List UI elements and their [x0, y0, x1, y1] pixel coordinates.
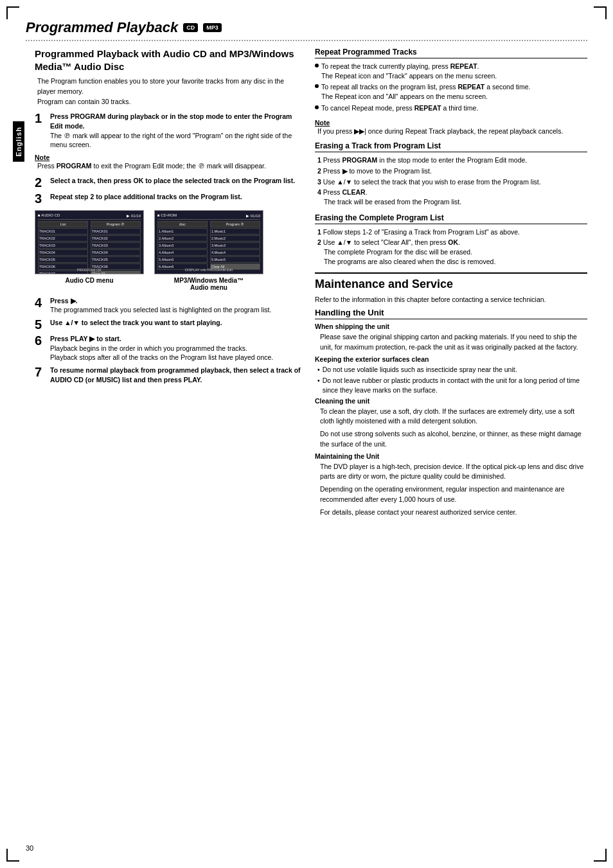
mp3-sim-menu: ■ CD-ROM ▶ 01/10 disc Program ℗ 1.Album1…: [155, 211, 263, 274]
step-5-num: 5: [35, 318, 46, 331]
note-1: Note Press PROGRAM to exit the Program E…: [35, 154, 302, 171]
menu-images: ■ AUDIO CD ▶ 01/10 List Program ℗ TRACK0…: [35, 210, 302, 291]
exterior-bullet-2-text: Do not leave rubber or plastic products …: [323, 376, 587, 394]
step-6-content: Press PLAY ▶ to start. Playback begins i…: [50, 334, 302, 362]
cleaning-text-2: Do not use strong solvents such as alcoh…: [320, 429, 587, 450]
sim-menu-header-mp3: ■ CD-ROM ▶ 01/10: [157, 213, 260, 220]
mp3-menu-image: ■ CD-ROM ▶ 01/10 disc Program ℗ 1.Album1…: [154, 210, 263, 274]
step-2-content: Select a track, then press OK to place t…: [50, 176, 302, 189]
maintaining-title: Maintaining the Unit: [315, 452, 587, 460]
maintenance-section: Maintenance and Service Refer to the inf…: [315, 272, 587, 517]
step-6-body2: Playback stops after all of the tracks o…: [50, 353, 302, 362]
exterior-bullet-1-text: Do not use volatile liquids such as inse…: [323, 365, 517, 375]
when-shipping-text: Please save the original shipping carton…: [320, 332, 587, 353]
maintaining-text-1: The DVD player is a high-tech, precision…: [320, 462, 587, 483]
page: English Programmed Playback CD MP3 Progr…: [0, 0, 613, 868]
intro-line1: The Program function enables you to stor…: [37, 76, 302, 107]
erase-complete-step-1: 1 Follow steps 1-2 of "Erasing a Track f…: [317, 227, 587, 237]
step-4-num: 4: [35, 296, 46, 315]
corner-br: [594, 849, 607, 862]
track-row-4: TRACK04 TRACK04: [38, 249, 141, 256]
step-2: 2 Select a track, then press OK to place…: [35, 176, 302, 189]
repeat-section: Repeat Programmed Tracks To repeat the t…: [315, 48, 587, 112]
note-1-label: Note: [35, 154, 302, 161]
dash-2: •: [317, 376, 320, 394]
step-4-body: The programmed track you selected last i…: [50, 305, 302, 315]
bullet-circle-3: [315, 105, 319, 109]
erase-track-list: 1 Press PROGRAM in the stop mode to ente…: [317, 155, 587, 206]
left-section-title: Programmed Playback with Audio CD and MP…: [35, 48, 302, 73]
audio-cd-caption: Audio CD menu: [35, 277, 144, 284]
erase-complete-list: 1 Follow steps 1-2 of "Erasing a Track f…: [317, 227, 587, 267]
erase-track-section: Erasing a Track from Program List 1 Pres…: [315, 141, 587, 206]
english-sidebar: English: [13, 103, 24, 180]
track-row-3: TRACK03 TRACK03: [38, 242, 141, 249]
repeat-bullet-3: To cancel Repeat mode, press REPEAT a th…: [315, 103, 587, 113]
note-2-label: Note: [315, 119, 587, 127]
erase-track-step-1: 1 Press PROGRAM in the stop mode to ente…: [317, 155, 587, 165]
maintenance-intro: Refer to the information in this chapter…: [315, 295, 587, 305]
sim-menu-row-headers: List Program ℗: [38, 221, 141, 227]
step-7-num: 7: [35, 366, 46, 384]
bullet-circle-2: [315, 84, 319, 88]
maintenance-title: Maintenance and Service: [315, 272, 587, 291]
step-7-content: To resume normal playback from programme…: [50, 366, 302, 384]
exterior-bullet-1: • Do not use volatile liquids such as in…: [317, 365, 587, 375]
handling-title: Handling the Unit: [315, 308, 587, 319]
mp3-row-4: 4.Album4 4.Music4: [157, 249, 260, 256]
title-divider: [26, 40, 587, 41]
step-4-content: Press ▶. The programmed track you select…: [50, 296, 302, 315]
erase-track-title: Erasing a Track from Program List: [315, 141, 587, 152]
track-row-5: TRACK05 TRACK05: [38, 256, 141, 263]
maintaining-text-3: For details, please contact your nearest…: [320, 508, 587, 518]
mp3-row-headers: disc Program ℗: [157, 221, 260, 227]
erase-complete-section: Erasing the Complete Program List 1 Foll…: [315, 213, 587, 267]
audio-cd-sim-menu: ■ AUDIO CD ▶ 01/10 List Program ℗ TRACK0…: [35, 211, 143, 274]
step-3: 3 Repeat step 2 to place additional trac…: [35, 192, 302, 205]
erase-complete-step-2: 2 Use ▲/▼ to select "Clear All", then pr…: [317, 238, 587, 266]
step-6-body1: Playback begins in the order in which yo…: [50, 344, 302, 353]
step-5-content: Use ▲/▼ to select the track you want to …: [50, 318, 302, 331]
step-3-content: Repeat step 2 to place additional tracks…: [50, 192, 302, 205]
exterior-bullet-2: • Do not leave rubber or plastic product…: [317, 376, 587, 394]
english-label: English: [13, 121, 24, 162]
step-1-content: Press PROGRAM during playback or in the …: [50, 112, 302, 150]
step-3-num: 3: [35, 192, 46, 205]
sim-footer-mp3: DISPLAY info PROGRAM Edit: [155, 268, 263, 272]
left-column: Programmed Playback with Audio CD and MP…: [26, 48, 302, 524]
mp3-row-2: 2.Album2 2.Music2: [157, 235, 260, 242]
mp3-row-3: 3.Album3 3.Music3: [157, 242, 260, 249]
note-2: Note If you press ▶▶| once during Repeat…: [315, 119, 587, 136]
audio-cd-menu-image: ■ AUDIO CD ▶ 01/10 List Program ℗ TRACK0…: [35, 210, 144, 274]
step-1-body: The ℗ mark will appear to the right of t…: [50, 131, 302, 150]
step-1-num: 1: [35, 112, 46, 150]
erase-complete-title: Erasing the Complete Program List: [315, 213, 587, 224]
bullet-circle-1: [315, 64, 319, 67]
corner-tl: [6, 6, 19, 19]
step-4: 4 Press ▶. The programmed track you sele…: [35, 296, 302, 315]
step-5-title: Use ▲/▼ to select the track you want to …: [50, 318, 302, 328]
erase-track-step-3: 3 Use ▲/▼ to select the track that you w…: [317, 177, 587, 187]
repeat-bullet-2: To repeat all tracks on the program list…: [315, 82, 587, 101]
repeat-bullet-1-text: To repeat the track currently playing, p…: [321, 62, 497, 80]
mp3-badge: MP3: [203, 23, 222, 32]
exterior-title: Keeping the exterior surfaces clean: [315, 355, 587, 363]
note-1-text: Press PROGRAM to exit the Program Edit m…: [37, 161, 302, 171]
repeat-title: Repeat Programmed Tracks: [315, 48, 587, 58]
note-2-text: If you press ▶▶| once during Repeat Trac…: [317, 127, 587, 136]
cleaning-title: Cleaning the unit: [315, 397, 587, 405]
mp3-menu-container: ■ CD-ROM ▶ 01/10 disc Program ℗ 1.Album1…: [154, 210, 263, 291]
step-6-title: Press PLAY ▶ to start.: [50, 334, 302, 344]
dash-1: •: [317, 365, 320, 375]
corner-tr: [594, 6, 607, 19]
erase-track-step-2: 2 Press ▶ to move to the Program list.: [317, 166, 587, 176]
repeat-bullet-1: To repeat the track currently playing, p…: [315, 62, 587, 80]
step-7: 7 To resume normal playback from program…: [35, 366, 302, 384]
page-number: 30: [26, 844, 33, 852]
step-6-num: 6: [35, 334, 46, 362]
sim-footer-audio: PROGRAM OK: [35, 268, 143, 272]
step-2-title: Select a track, then press OK to place t…: [50, 176, 302, 186]
mp3-row-5: 5.Album5 5.Music5: [157, 256, 260, 263]
step-1-title: Press PROGRAM during playback or in the …: [50, 112, 302, 130]
erase-track-step-4: 4 Press CLEAR.The track will be erased f…: [317, 188, 587, 206]
